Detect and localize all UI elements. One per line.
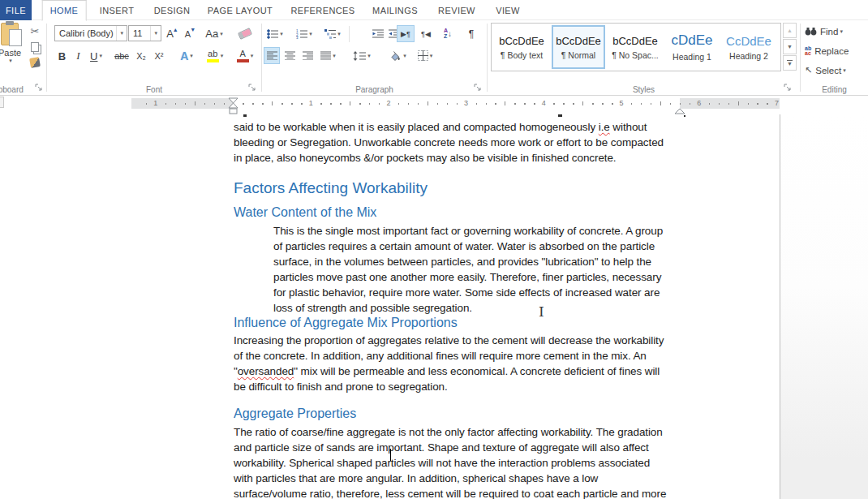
gallery-up-button[interactable]: ▲	[783, 23, 797, 38]
superscript-button[interactable]: X²	[151, 48, 167, 64]
clipboard-dialog-launcher[interactable]	[35, 84, 45, 93]
font-group-label: Font	[47, 85, 261, 94]
shading-button[interactable]: ▾	[385, 47, 410, 64]
bullets-button[interactable]: ▾	[264, 26, 286, 41]
document-line[interactable]: be difficult to finish and prone to segr…	[234, 379, 664, 394]
align-right-button[interactable]	[299, 47, 316, 64]
font-dialog-launcher[interactable]	[248, 84, 258, 93]
style-item-no-spac[interactable]: bCcDdEe¶ No Spac...	[608, 25, 662, 69]
document-line[interactable]: surface, in the volumes between particle…	[273, 254, 663, 269]
document-line[interactable]: "oversanded" mix will be permeable and l…	[234, 363, 664, 379]
document-line[interactable]: in place, also honeycombs &/or pockets m…	[234, 150, 664, 166]
document-paragraph[interactable]: This is the single most important fact o…	[273, 223, 663, 316]
grow-font-button[interactable]: A▲	[165, 26, 181, 41]
document-line[interactable]: with particles that are more angular. In…	[234, 471, 666, 486]
align-left-button[interactable]	[264, 47, 280, 64]
tab-file[interactable]: FILE	[0, 0, 32, 20]
ruler-tick	[486, 103, 488, 105]
document-line[interactable]: of the concrete. In addition, any additi…	[234, 348, 664, 363]
replace-icon: abac	[805, 46, 811, 56]
document-line[interactable]: and particle size of sands are important…	[234, 440, 666, 455]
document-heading[interactable]: Aggregate Properties	[234, 405, 356, 422]
line-spacing-button[interactable]: ▾	[350, 47, 374, 64]
font-name-combo[interactable]: Calibri (Body) ▾	[54, 25, 127, 41]
change-case-button[interactable]: Aa▾	[203, 26, 226, 41]
tab-home[interactable]: HOME	[42, 0, 87, 21]
document-line[interactable]: of particles requires a certain amount o…	[273, 239, 663, 254]
tab-design[interactable]: DESIGN	[147, 0, 198, 20]
copy-button[interactable]	[27, 40, 43, 54]
tab-references[interactable]: REFERENCES	[283, 0, 362, 20]
text-effects-button[interactable]: A▾	[175, 48, 198, 64]
gallery-more-button[interactable]: ▼	[783, 55, 797, 71]
tab-insert[interactable]: INSERT	[92, 0, 142, 20]
document-page[interactable]: said to be workable when it is easily pl…	[0, 114, 780, 499]
numbering-button[interactable]: 123▾	[293, 26, 316, 41]
subscript-button[interactable]: X₂	[133, 48, 149, 64]
document-line[interactable]: workability. Spherical shaped particles …	[234, 455, 666, 471]
ruler-tick	[757, 103, 758, 105]
paste-clipboard-icon	[1, 23, 19, 45]
document-line[interactable]: for plastic behavior, require more water…	[273, 285, 663, 300]
clear-formatting-button[interactable]	[235, 26, 255, 41]
ruler-tick	[408, 103, 410, 105]
document-line[interactable]: particles move past one another more eas…	[273, 269, 663, 285]
gallery-down-button[interactable]: ▼	[783, 39, 797, 54]
document-paragraph[interactable]: The ratio of coarse/fine aggregate is no…	[234, 424, 666, 499]
document-line[interactable]: Increasing the proportion of aggregates …	[234, 333, 664, 348]
styles-dialog-launcher[interactable]	[784, 84, 793, 93]
ruler-tick	[185, 103, 187, 105]
format-painter-button[interactable]	[27, 55, 43, 69]
tab-page-layout[interactable]: PAGE LAYOUT	[200, 0, 280, 20]
select-button[interactable]: ↖ Select▾	[805, 63, 846, 77]
style-item-heading-2[interactable]: CcDdEeHeading 2	[722, 25, 776, 69]
show-formatting-marks-button[interactable]: ¶	[463, 26, 479, 41]
italic-button[interactable]: I	[72, 48, 84, 64]
font-size-combo[interactable]: 11 ▾	[128, 25, 161, 41]
style-item-heading-1[interactable]: cDdEeHeading 1	[665, 25, 719, 69]
group-styles: bCcDdEe¶ Body textbCcDdEe¶ NormalbCcDdEe…	[488, 20, 800, 95]
text-highlight-button[interactable]: ab ▾	[203, 48, 227, 64]
ruler-tick	[563, 103, 565, 105]
justify-button[interactable]: ▾	[317, 47, 339, 64]
shrink-font-button[interactable]: A▼	[183, 26, 199, 41]
tab-view[interactable]: VIEW	[488, 0, 527, 20]
tab-review[interactable]: REVIEW	[431, 0, 483, 20]
strikethrough-button[interactable]: abc	[112, 48, 131, 64]
replace-button[interactable]: abac Replace	[805, 44, 849, 58]
find-button[interactable]: Find▾	[805, 24, 843, 38]
document-line[interactable]: bleeding or Segregation. Unworkable conc…	[234, 135, 664, 150]
document-line[interactable]: surface/volume ratio, therefore, less ce…	[234, 486, 666, 499]
style-preview: CcDdEe	[726, 34, 771, 48]
borders-button[interactable]: ▾	[413, 47, 437, 64]
right-to-left-button[interactable]: ¶◀	[417, 25, 435, 42]
numbered-list-icon: 123	[296, 29, 307, 39]
document-paragraph[interactable]: Increasing the proportion of aggregates …	[234, 333, 664, 394]
font-color-icon: A	[237, 49, 249, 62]
styles-gallery-scroll: ▲ ▼ ▼	[783, 23, 797, 71]
underline-button[interactable]: U▾	[86, 48, 106, 64]
document-line[interactable]: said to be workable when it is easily pl…	[234, 119, 664, 135]
paragraph-dialog-launcher[interactable]	[474, 84, 483, 93]
document-heading[interactable]: Factors Affecting Workability	[234, 179, 428, 198]
document-line[interactable]: This is the single most important fact o…	[273, 223, 663, 239]
paste-dropdown-icon[interactable]: ▾	[9, 58, 12, 64]
tab-selector-fragment[interactable]	[0, 97, 4, 108]
document-heading[interactable]: Water Content of the Mix	[234, 204, 376, 221]
bold-button[interactable]: B	[55, 48, 69, 64]
font-color-button[interactable]: A ▾	[234, 48, 256, 64]
tab-mailings[interactable]: MAILINGS	[365, 0, 425, 20]
cut-button[interactable]: ✂	[27, 24, 43, 38]
sort-button[interactable]: AZ ↓	[439, 26, 457, 41]
left-to-right-button[interactable]: ▶¶	[397, 25, 415, 42]
document-line[interactable]: The ratio of coarse/fine aggregate is no…	[234, 424, 666, 440]
align-center-button[interactable]	[281, 47, 298, 64]
multilevel-list-button[interactable]: ▾	[320, 26, 345, 41]
paste-button[interactable]: Paste ▾	[0, 23, 26, 84]
style-item-body-text[interactable]: bCcDdEe¶ Body text	[495, 25, 548, 69]
document-paragraph[interactable]: said to be workable when it is easily pl…	[234, 119, 664, 166]
style-item-normal[interactable]: bCcDdEe¶ Normal	[552, 25, 605, 69]
decrease-indent-button[interactable]	[370, 26, 385, 41]
font-name-value: Calibri (Body)	[59, 28, 114, 38]
document-heading[interactable]: Influence of Aggregate Mix Proportions	[234, 314, 458, 331]
